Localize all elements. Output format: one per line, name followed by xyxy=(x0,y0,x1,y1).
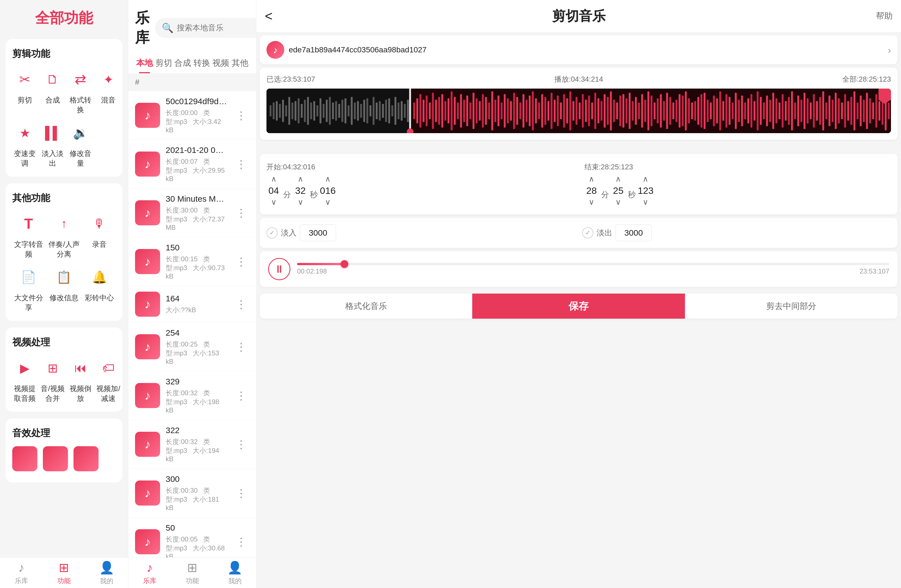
more-menu-btn[interactable]: ⋮ xyxy=(233,106,249,125)
fade-section: ✓ 淡入 ✓ 淡出 xyxy=(260,218,898,248)
func-mix[interactable]: ✦ 混音 xyxy=(96,67,121,115)
list-item[interactable]: ♪ 329 长度:00:32 类型:mp3 大小:198 kB ⋮ xyxy=(128,371,256,420)
library-header: 乐库 🔍 本地 剪切 合成 转换 视频 其他 xyxy=(128,0,256,73)
list-item[interactable]: ♪ 322 长度:00:32 类型:mp3 大小:194 kB ⋮ xyxy=(128,420,256,469)
progress-track[interactable] xyxy=(297,263,889,265)
func-av-merge[interactable]: ⊞ 音/视频合并 xyxy=(40,356,65,403)
end-seconds-down[interactable]: ∨ xyxy=(642,198,648,206)
merge-icon: 🗋 xyxy=(40,67,65,92)
tab-merge[interactable]: 合成 xyxy=(173,53,192,73)
trim-middle-button[interactable]: 剪去中间部分 xyxy=(685,293,898,319)
start-hours-down[interactable]: ∨ xyxy=(271,198,277,206)
svg-rect-134 xyxy=(675,100,677,122)
nav-functions-p2[interactable]: ⊞ 功能 xyxy=(171,558,214,588)
end-minutes-up[interactable]: ∧ xyxy=(615,175,621,183)
func-speed[interactable]: ★ 变速变调 xyxy=(12,120,37,168)
waveform-container[interactable]: // Generate waveform bars inline via SVG… xyxy=(267,89,891,133)
tab-local[interactable]: 本地 xyxy=(135,53,154,73)
list-item[interactable]: ♪ 2021-01-20 00_52_13 长度:00:07 类型:mp3 大小… xyxy=(128,140,256,189)
progress-thumb[interactable] xyxy=(340,260,348,268)
list-item[interactable]: ♪ 50 长度:00:05 类型:mp3 大小:30.68 kB ⋮ xyxy=(128,518,256,557)
time-editor-section: 开始:04:32:016 ∧ 04 ∨ 分 ∧ 32 ∨ 秒 ∧ xyxy=(260,154,898,214)
more-menu-btn[interactable]: ⋮ xyxy=(233,204,249,222)
tab-convert[interactable]: 转换 xyxy=(192,53,212,73)
pause-button[interactable]: ⏸ xyxy=(268,258,290,280)
tab-video[interactable]: 视频 xyxy=(211,53,231,73)
func-merge[interactable]: 🗋 合成 xyxy=(40,67,65,115)
func-tts[interactable]: T 文字转音频 xyxy=(12,211,45,259)
svg-rect-171 xyxy=(791,91,793,130)
format-button[interactable]: 格式化音乐 xyxy=(260,293,472,319)
playback-section: ⏸ 00:02:198 23:53:107 xyxy=(260,251,898,287)
list-item[interactable]: ♪ 254 长度:00:25 类型:mp3 大小:153 kB ⋮ xyxy=(128,323,256,371)
nav-mine-p2[interactable]: 👤 我的 xyxy=(214,558,256,588)
time-info-row: 已选:23:53:107 播放:04:34:214 全部:28:25:123 xyxy=(267,74,891,84)
svg-rect-52 xyxy=(419,94,422,128)
list-item[interactable]: ♪ 30 Minutes Music 长度:30:00 类型:mp3 大小:72… xyxy=(128,189,256,237)
func-format[interactable]: ⇄ 格式转换 xyxy=(68,67,93,115)
start-seconds-up[interactable]: ∧ xyxy=(325,175,331,183)
panel-editor: < 剪切音乐 帮助 ♪ ede7a1b89a4474cc03506aa98bad… xyxy=(256,0,901,588)
func-reverse[interactable]: ⏮ 视频倒放 xyxy=(68,356,93,403)
func-share[interactable]: 📄 大文件分享 xyxy=(12,265,45,312)
func-fade[interactable]: ▌▌ 淡入淡出 xyxy=(40,120,65,168)
more-menu-btn[interactable]: ⋮ xyxy=(233,155,249,173)
fade-in-check[interactable]: ✓ xyxy=(267,227,277,239)
end-seconds-up[interactable]: ∧ xyxy=(642,175,648,183)
end-minutes-down[interactable]: ∨ xyxy=(615,198,621,206)
svg-rect-104 xyxy=(582,94,584,128)
more-menu-btn[interactable]: ⋮ xyxy=(233,338,249,356)
func-ringtone[interactable]: 🔔 彩铃中心 xyxy=(83,265,116,312)
list-item[interactable]: ♪ 164 大小:??kB ⋮ xyxy=(128,286,256,323)
start-minutes-down[interactable]: ∨ xyxy=(298,198,304,206)
music-note-icon: ♪ xyxy=(145,535,151,549)
list-item[interactable]: ♪ 300 长度:00:30 类型:mp3 大小:181 kB ⋮ xyxy=(128,469,256,518)
func-vocal[interactable]: ↑ 伴奏/人声分离 xyxy=(48,211,80,259)
total-time: 23:53:107 xyxy=(859,267,889,275)
func-record[interactable]: 🎙 录音 xyxy=(83,211,116,259)
fade-out-check[interactable]: ✓ xyxy=(582,227,593,239)
help-button[interactable]: 帮助 xyxy=(876,10,893,22)
start-minutes-up[interactable]: ∧ xyxy=(298,175,304,183)
svg-rect-166 xyxy=(775,98,777,123)
end-hours-down[interactable]: ∨ xyxy=(589,198,594,206)
nav-library-p1[interactable]: ♪ 乐库 xyxy=(0,558,43,588)
func-cut[interactable]: ✂ 剪切 xyxy=(12,67,37,115)
waveform-visual xyxy=(267,89,891,133)
more-menu-btn[interactable]: ⋮ xyxy=(233,295,249,313)
start-hours-up[interactable]: ∧ xyxy=(271,175,277,183)
svg-rect-109 xyxy=(597,98,599,123)
tab-cut[interactable]: 剪切 xyxy=(154,53,173,73)
more-menu-btn[interactable]: ⋮ xyxy=(233,386,249,405)
func-extract[interactable]: ▶ 视频提取音频 xyxy=(12,356,37,403)
fade-out-input[interactable] xyxy=(616,225,652,241)
more-menu-btn[interactable]: ⋮ xyxy=(233,533,249,551)
svg-rect-63 xyxy=(454,97,456,125)
fade-in-input[interactable] xyxy=(300,225,336,241)
svg-rect-149 xyxy=(722,101,724,121)
more-menu-btn[interactable]: ⋮ xyxy=(233,484,249,502)
volume-icon: 🔉 xyxy=(68,120,93,145)
file-info-bar[interactable]: ♪ ede7a1b89a4474cc03506aa98bad1027 › xyxy=(260,35,898,64)
end-hours-up[interactable]: ∧ xyxy=(589,175,594,183)
func-info[interactable]: 📋 修改信息 xyxy=(48,265,80,312)
nav-mine-p1[interactable]: 👤 我的 xyxy=(86,558,128,588)
func-volume[interactable]: 🔉 修改音量 xyxy=(68,120,93,168)
svg-rect-143 xyxy=(704,93,706,129)
more-menu-btn[interactable]: ⋮ xyxy=(233,253,249,271)
tab-other[interactable]: 其他 xyxy=(231,53,250,73)
func-vidspeed[interactable]: 🏷 视频加/减速 xyxy=(96,356,121,403)
nav-functions-p1[interactable]: ⊞ 功能 xyxy=(43,558,85,588)
ringtone-icon: 🔔 xyxy=(87,265,112,290)
list-item[interactable]: ♪ 50c01294df9d48902639978235bcb56c7a... … xyxy=(128,91,256,140)
format-icon: ⇄ xyxy=(68,67,93,92)
waveform-cursor-handle[interactable] xyxy=(405,128,416,133)
start-seconds-down[interactable]: ∨ xyxy=(325,198,331,206)
nav-library-p2[interactable]: ♪ 乐库 xyxy=(128,558,171,588)
more-menu-btn[interactable]: ⋮ xyxy=(233,435,249,454)
back-button[interactable]: < xyxy=(265,8,273,24)
svg-rect-110 xyxy=(600,101,603,121)
functions-nav-label-p2: 功能 xyxy=(186,576,199,585)
save-button[interactable]: 保存 xyxy=(472,293,685,319)
list-item[interactable]: ♪ 150 长度:00:15 类型:mp3 大小:90.73 kB ⋮ xyxy=(128,237,256,286)
